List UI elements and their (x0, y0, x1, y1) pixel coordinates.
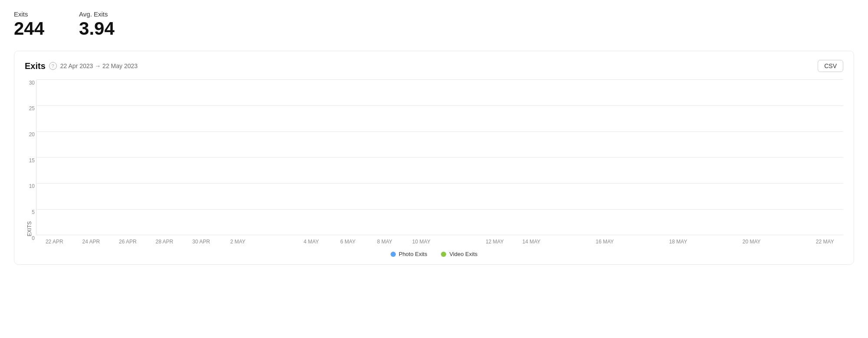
legend-video: Video Exits (441, 251, 477, 257)
x-label: 4 MAY (293, 237, 330, 245)
x-label: 30 APR (183, 237, 220, 245)
legend-video-dot (441, 252, 446, 257)
x-label (697, 237, 733, 245)
chart-title-area: Exits ? 22 Apr 2023 → 22 May 2023 (25, 61, 138, 71)
y-axis-label: EXITS (25, 221, 33, 236)
chart-plot: 051015202530 (36, 80, 843, 235)
legend-photo-label: Photo Exits (399, 251, 427, 257)
chart-section: Exits ? 22 Apr 2023 → 22 May 2023 CSV EX… (14, 51, 854, 265)
exits-value: 244 (14, 19, 44, 39)
x-label (256, 237, 293, 245)
date-range: 22 Apr 2023 → 22 May 2023 (60, 62, 138, 69)
info-icon[interactable]: ? (49, 62, 57, 70)
avg-exits-metric: Avg. Exits 3.94 (79, 10, 115, 39)
metrics-row: Exits 244 Avg. Exits 3.94 (14, 10, 854, 39)
avg-exits-value: 3.94 (79, 19, 115, 39)
x-label: 22 APR (36, 237, 73, 245)
avg-exits-label: Avg. Exits (79, 10, 115, 18)
chart-title: Exits (25, 61, 46, 71)
x-label: 24 APR (73, 237, 110, 245)
x-label: 10 MAY (403, 237, 440, 245)
chart-area: 051015202530 22 APR24 APR26 APR28 APR30 … (36, 80, 843, 245)
x-label (770, 237, 807, 245)
x-label: 14 MAY (513, 237, 550, 245)
x-label (440, 237, 477, 245)
csv-button[interactable]: CSV (818, 60, 843, 72)
x-label: 12 MAY (477, 237, 513, 245)
chart-header: Exits ? 22 Apr 2023 → 22 May 2023 CSV (25, 60, 843, 72)
x-label: 2 MAY (220, 237, 256, 245)
x-label: 6 MAY (329, 237, 366, 245)
x-label (623, 237, 660, 245)
legend-photo: Photo Exits (391, 251, 427, 257)
legend-video-label: Video Exits (449, 251, 477, 257)
x-label: 18 MAY (660, 237, 697, 245)
x-label (550, 237, 587, 245)
exits-label: Exits (14, 10, 44, 18)
bars-container (36, 80, 843, 235)
x-label: 26 APR (109, 237, 146, 245)
x-label: 20 MAY (733, 237, 770, 245)
x-label: 22 MAY (806, 237, 843, 245)
exits-metric: Exits 244 (14, 10, 44, 39)
chart-legend: Photo Exits Video Exits (25, 251, 843, 257)
chart-wrapper: EXITS 051015202530 22 APR24 APR26 APR28 … (25, 80, 843, 245)
legend-photo-dot (391, 252, 396, 257)
x-label: 28 APR (146, 237, 183, 245)
x-label: 8 MAY (366, 237, 403, 245)
x-axis: 22 APR24 APR26 APR28 APR30 APR2 MAY4 MAY… (36, 237, 843, 245)
x-label: 16 MAY (586, 237, 623, 245)
